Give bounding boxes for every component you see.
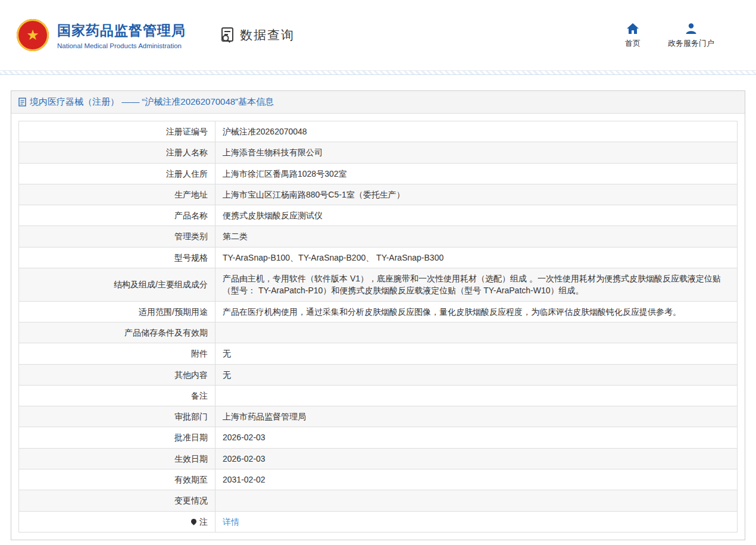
table-row: 产品名称便携式皮肤烟酸反应测试仪 [19,205,738,226]
row-value: TY-AraSnap-B100、TY-AraSnap-B200、 TY-AraS… [215,247,738,268]
main-content: 境内医疗器械（注册） —— “沪械注准20262070048”基本信息 注册证编… [0,75,756,540]
table-row: 注册人名称上海添音生物科技有限公司 [19,142,738,163]
row-label: 有效期至 [19,469,215,490]
row-value: 便携式皮肤烟酸反应测试仪 [215,205,738,226]
panel-title: 境内医疗器械（注册） —— “沪械注准20262070048”基本信息 [11,91,745,114]
row-value: 上海市宝山区江杨南路880号C5-1室（委托生产） [215,184,738,205]
table-row: 有效期至2031-02-02 [19,469,738,490]
row-label: 变更情况 [19,490,215,511]
row-value: 无 [215,364,738,385]
row-label: 生效日期 [19,448,215,469]
row-label: 审批部门 [19,406,215,427]
row-label: 注册证编号 [19,121,215,142]
row-value [215,322,738,343]
row-value: 上海市药品监督管理局 [215,406,738,427]
row-label: 注册人名称 [19,142,215,163]
table-row: 审批部门上海市药品监督管理局 [19,406,738,427]
table-row: 适用范围/预期用途产品在医疗机构使用，通过采集和分析皮肤烟酸反应图像，量化皮肤烟… [19,301,738,322]
row-label: 附件 [19,343,215,364]
row-label: 结构及组成/主要组成成分 [19,268,215,302]
table-wrap: 注册证编号沪械注准20262070048注册人名称上海添音生物科技有限公司注册人… [11,114,745,540]
row-label: 生产地址 [19,184,215,205]
table-row: 变更情况 [19,490,738,511]
row-label: 产品储存条件及有效期 [19,322,215,343]
row-value: 2026-02-03 [215,427,738,448]
row-value: 第二类 [215,226,738,247]
brand-text: 国家药品监督管理局 National Medical Products Admi… [57,21,186,49]
table-row: 注册人住所上海市徐汇区番禺路1028号302室 [19,163,738,184]
nav-home[interactable]: 首页 [625,21,641,49]
data-query-header: 数据查询 [218,26,295,44]
row-label: 型号规格 [19,247,215,268]
row-value: 无 [215,343,738,364]
nmpa-brand[interactable]: ★ 国家药品监督管理局 National Medical Products Ad… [17,19,186,51]
table-row: 注详情 [19,511,738,532]
row-value: 详情 [215,511,738,532]
detail-link[interactable]: 详情 [223,517,239,527]
pin-icon [190,518,198,525]
table-row: 型号规格TY-AraSnap-B100、TY-AraSnap-B200、 TY-… [19,247,738,268]
table-row: 产品储存条件及有效期 [19,322,738,343]
row-label: 产品名称 [19,205,215,226]
document-icon [18,98,26,107]
row-value [215,385,738,406]
nmpa-emblem-logo: ★ [17,19,49,51]
table-row: 注册证编号沪械注准20262070048 [19,121,738,142]
table-row: 结构及组成/主要组成成分产品由主机，专用软件（软件版本 V1），底座腕带和一次性… [19,268,738,302]
user-icon [685,21,698,35]
row-label: 备注 [19,385,215,406]
org-name-cn: 国家药品监督管理局 [57,21,186,40]
row-value: 产品由主机，专用软件（软件版本 V1），底座腕带和一次性使用耗材（选配）组成 。… [215,268,738,302]
nav-gov-portal[interactable]: 政务服务门户 [668,21,714,49]
table-row: 管理类别第二类 [19,226,738,247]
table-row: 生产地址上海市宝山区江杨南路880号C5-1室（委托生产） [19,184,738,205]
row-label: 批准日期 [19,427,215,448]
row-label: 其他内容 [19,364,215,385]
row-value: 产品在医疗机构使用，通过采集和分析皮肤烟酸反应图像，量化皮肤烟酸反应程度，为临床… [215,301,738,322]
registration-panel: 境内医疗器械（注册） —— “沪械注准20262070048”基本信息 注册证编… [11,90,745,540]
data-query-title: 数据查询 [240,27,295,43]
row-value [215,490,738,511]
home-icon [626,21,639,35]
row-value: 2031-02-02 [215,469,738,490]
nav-gov-portal-label: 政务服务门户 [668,38,714,49]
site-header: ★ 国家药品监督管理局 National Medical Products Ad… [0,0,756,70]
row-label: 注 [19,511,215,532]
row-value: 沪械注准20262070048 [215,121,738,142]
row-value: 上海添音生物科技有限公司 [215,142,738,163]
info-table: 注册证编号沪械注准20262070048注册人名称上海添音生物科技有限公司注册人… [18,121,738,533]
table-row: 其他内容无 [19,364,738,385]
row-value: 2026-02-03 [215,448,738,469]
top-nav: 首页 政务服务门户 [625,21,714,49]
row-label: 注册人住所 [19,163,215,184]
nav-home-label: 首页 [625,38,641,49]
table-row: 备注 [19,385,738,406]
page-title: 境内医疗器械（注册） —— “沪械注准20262070048”基本信息 [30,96,274,108]
table-row: 批准日期2026-02-03 [19,427,738,448]
header-divider [0,70,756,75]
data-query-icon [218,26,236,44]
table-row: 生效日期2026-02-03 [19,448,738,469]
row-value: 上海市徐汇区番禺路1028号302室 [215,163,738,184]
row-label: 适用范围/预期用途 [19,301,215,322]
emblem-star-icon: ★ [26,28,39,42]
row-label: 管理类别 [19,226,215,247]
org-name-en: National Medical Products Administration [57,42,186,49]
table-row: 附件无 [19,343,738,364]
